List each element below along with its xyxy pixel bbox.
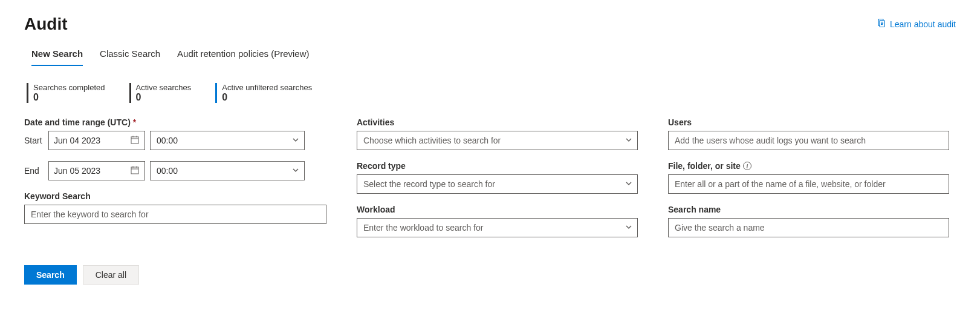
document-icon (877, 18, 886, 30)
file-input[interactable]: Enter all or a part of the name of a fil… (668, 174, 949, 194)
stat-label: Active unfiltered searches (222, 83, 312, 92)
users-placeholder: Add the users whose audit logs you want … (675, 136, 866, 145)
stat-active-searches: Active searches 0 (129, 83, 192, 103)
record-type-select[interactable]: Select the record type to search for (357, 174, 638, 194)
users-label: Users (668, 117, 949, 127)
stat-bar-icon (215, 83, 217, 103)
svg-rect-9 (131, 167, 138, 174)
keyword-placeholder: Enter the keyword to search for (31, 209, 149, 219)
stat-label: Searches completed (33, 83, 105, 92)
info-icon[interactable]: i (743, 162, 751, 170)
stat-active-unfiltered: Active unfiltered searches 0 (215, 83, 312, 103)
tabs: New Search Classic Search Audit retentio… (24, 45, 956, 66)
activities-placeholder: Choose which activities to search for (363, 136, 501, 145)
tab-classic-search[interactable]: Classic Search (100, 45, 160, 66)
workload-select[interactable]: Enter the workload to search for (357, 218, 638, 237)
start-date-input[interactable]: Jun 04 2023 (48, 131, 145, 150)
chevron-down-icon (625, 223, 632, 232)
stat-searches-completed: Searches completed 0 (27, 83, 105, 103)
start-label: Start (24, 136, 44, 145)
date-range-label: Date and time range (UTC) * (24, 117, 326, 127)
stat-value: 0 (136, 92, 192, 103)
start-time-value: 00:00 (157, 136, 178, 145)
stats-row: Searches completed 0 Active searches 0 A… (24, 83, 956, 103)
search-button[interactable]: Search (24, 265, 77, 285)
chevron-down-icon (292, 166, 299, 176)
end-time-value: 00:00 (157, 166, 178, 176)
tab-new-search[interactable]: New Search (31, 45, 83, 66)
search-name-placeholder: Give the search a name (675, 223, 765, 232)
tab-retention-policies[interactable]: Audit retention policies (Preview) (177, 45, 309, 66)
page-title: Audit (24, 15, 68, 34)
file-label: File, folder, or site i (668, 161, 949, 171)
record-type-label: Record type (357, 161, 638, 171)
start-date-value: Jun 04 2023 (54, 136, 100, 145)
activities-select[interactable]: Choose which activities to search for (357, 131, 638, 150)
chevron-down-icon (625, 179, 632, 189)
chevron-down-icon (625, 136, 632, 145)
workload-placeholder: Enter the workload to search for (363, 223, 483, 232)
learn-about-audit-link[interactable]: Learn about audit (877, 18, 956, 30)
stat-value: 0 (33, 92, 105, 103)
clear-all-button[interactable]: Clear all (83, 265, 139, 285)
end-date-value: Jun 05 2023 (54, 166, 100, 176)
file-placeholder: Enter all or a part of the name of a fil… (675, 179, 886, 189)
stat-value: 0 (222, 92, 312, 103)
activities-label: Activities (357, 117, 638, 127)
users-input[interactable]: Add the users whose audit logs you want … (668, 131, 949, 150)
chevron-down-icon (292, 136, 299, 145)
learn-link-label: Learn about audit (890, 19, 956, 29)
search-name-label: Search name (668, 205, 949, 214)
end-time-select[interactable]: 00:00 (150, 161, 305, 180)
stat-bar-icon (129, 83, 131, 103)
keyword-input[interactable]: Enter the keyword to search for (24, 205, 326, 224)
end-label: End (24, 166, 44, 176)
end-date-input[interactable]: Jun 05 2023 (48, 161, 145, 180)
start-time-select[interactable]: 00:00 (150, 131, 305, 150)
stat-label: Active searches (136, 83, 192, 92)
record-type-placeholder: Select the record type to search for (363, 179, 495, 189)
stat-bar-icon (27, 83, 28, 103)
calendar-icon (130, 165, 140, 177)
search-name-input[interactable]: Give the search a name (668, 218, 949, 237)
workload-label: Workload (357, 205, 638, 214)
svg-rect-5 (131, 137, 138, 143)
keyword-label: Keyword Search (24, 191, 326, 201)
calendar-icon (130, 135, 140, 147)
required-asterisk: * (133, 117, 136, 127)
